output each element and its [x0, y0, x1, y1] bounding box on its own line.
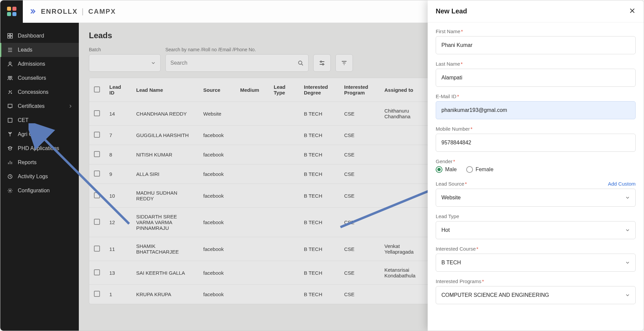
row-checkbox[interactable] — [94, 171, 100, 177]
cell-source: facebook — [199, 145, 235, 164]
svg-rect-1 — [10, 34, 12, 36]
svg-point-12 — [320, 61, 322, 62]
cell-source: facebook — [199, 126, 235, 145]
lead-type-select[interactable]: Hot — [436, 221, 636, 239]
email-label: E-Mail ID * — [436, 93, 636, 99]
table-header[interactable]: Medium — [235, 78, 269, 102]
cell-medium — [235, 102, 269, 126]
sidebar-item-configuration[interactable]: Configuration — [0, 184, 79, 198]
sidebar-item-leads[interactable]: Leads — [0, 43, 79, 57]
cell-assigned — [380, 184, 430, 208]
svg-rect-3 — [10, 36, 12, 38]
row-checkbox[interactable] — [94, 151, 100, 157]
row-checkbox[interactable] — [94, 110, 100, 116]
row-checkbox[interactable] — [94, 132, 100, 138]
gender-male-radio[interactable]: Male — [436, 166, 457, 173]
leads-icon — [7, 47, 13, 53]
sidebar-item-label: Leads — [18, 47, 33, 53]
cell-lead-name: MADHU SUDHAN REDDY — [131, 184, 199, 208]
sidebar-item-label: Dashboard — [18, 33, 44, 39]
sidebar-item-label: Activity Logs — [18, 174, 48, 180]
apps-button[interactable] — [0, 0, 23, 23]
table-header[interactable]: Lead Type — [269, 78, 299, 102]
phd-icon — [7, 145, 13, 151]
cell-degree: B TECH — [299, 126, 339, 145]
svg-rect-2 — [8, 36, 10, 38]
cell-program: CSE — [339, 184, 380, 208]
batch-select[interactable] — [89, 54, 161, 72]
svg-rect-8 — [8, 118, 12, 122]
mobile-label: Mobile Number * — [436, 126, 636, 132]
lead-source-select[interactable]: Website — [436, 189, 636, 207]
cell-lead-type — [269, 184, 299, 208]
certificates-icon — [7, 103, 13, 109]
sidebar-item-label: Configuration — [18, 188, 50, 194]
table-header[interactable]: Assigned to — [380, 78, 430, 102]
search-icon — [298, 60, 304, 66]
filter-settings-button[interactable] — [313, 54, 331, 72]
row-checkbox[interactable] — [94, 246, 100, 252]
row-checkbox[interactable] — [94, 192, 100, 198]
cell-degree: B TECH — [299, 237, 339, 261]
sidebar-item-cet[interactable]: CET — [0, 113, 79, 127]
filter-extra-button[interactable] — [335, 54, 353, 72]
chevron-down-icon — [625, 260, 630, 265]
sidebar-item-reports[interactable]: Reports — [0, 155, 79, 170]
cell-degree: B TECH — [299, 285, 339, 304]
sidebar-item-dashboard[interactable]: Dashboard — [0, 29, 79, 43]
cell-program: CSE — [339, 145, 380, 164]
sidebar-item-agri-cet[interactable]: Agri CET — [0, 127, 79, 141]
sidebar-item-label: Certificates — [18, 103, 45, 109]
mobile-input[interactable] — [436, 134, 636, 152]
chevron-right-icon — [69, 103, 72, 109]
select-all-checkbox[interactable] — [94, 86, 100, 92]
interested-programs-select[interactable]: COMPUTER SCIENCE AND ENGINEERING — [436, 286, 636, 304]
gender-female-radio[interactable]: Female — [466, 166, 493, 173]
cell-degree: B TECH — [299, 208, 339, 237]
table-header[interactable]: Lead ID — [105, 78, 131, 102]
interested-course-label: Interested Course * — [436, 246, 636, 252]
row-checkbox[interactable] — [94, 291, 100, 297]
cell-lead-name: SAI KEERTHI GALLA — [131, 261, 199, 285]
cell-lead-id: 11 — [105, 237, 131, 261]
sidebar-item-certificates[interactable]: Certificates — [0, 99, 79, 113]
table-header[interactable]: Interested Degree — [299, 78, 339, 102]
new-lead-drawer: New Lead First Name * Last Name * E-Mail… — [428, 0, 644, 331]
brand-logo: ENROLLX | CAMPX — [30, 7, 116, 16]
sidebar-item-admissions[interactable]: Admissions — [0, 57, 79, 71]
sidebar-item-concessions[interactable]: Concessions — [0, 85, 79, 99]
interested-course-select[interactable]: B TECH — [436, 254, 636, 272]
svg-rect-7 — [8, 104, 12, 108]
table-header[interactable]: Source — [199, 78, 235, 102]
search-box — [165, 54, 309, 72]
row-checkbox[interactable] — [94, 219, 100, 225]
sidebar-item-counsellors[interactable]: Counsellors — [0, 71, 79, 85]
cell-assigned — [380, 164, 430, 184]
radio-icon — [466, 166, 473, 173]
row-checkbox[interactable] — [94, 269, 100, 275]
cell-assigned: Venkat Yellapragada — [380, 237, 430, 261]
sidebar-item-phd-applications[interactable]: PHD Applications — [0, 141, 79, 155]
cell-lead-id: 12 — [105, 208, 131, 237]
email-input[interactable] — [436, 101, 636, 119]
table-header[interactable]: Lead Name — [131, 78, 199, 102]
last-name-input[interactable] — [436, 69, 636, 87]
add-custom-link[interactable]: Add Custom — [608, 181, 636, 187]
cell-lead-id: 14 — [105, 102, 131, 126]
cell-lead-id: 1 — [105, 285, 131, 304]
cell-lead-id: 7 — [105, 126, 131, 145]
cell-degree: B TECH — [299, 145, 339, 164]
cell-medium — [235, 145, 269, 164]
close-button[interactable] — [629, 7, 636, 15]
cell-program: CSE — [339, 208, 380, 237]
concessions-icon — [7, 89, 13, 95]
table-header[interactable]: Interested Program — [339, 78, 380, 102]
sidebar: Dashboard Leads Admissions Counsellors C… — [0, 23, 79, 331]
sidebar-item-label: Admissions — [18, 61, 45, 67]
search-input[interactable] — [170, 60, 298, 66]
lead-type-label: Lead Type — [436, 213, 636, 219]
sidebar-item-activity-logs[interactable]: Activity Logs — [0, 170, 79, 184]
first-name-input[interactable] — [436, 36, 636, 54]
cell-degree: B TECH — [299, 184, 339, 208]
first-name-label: First Name * — [436, 28, 636, 34]
